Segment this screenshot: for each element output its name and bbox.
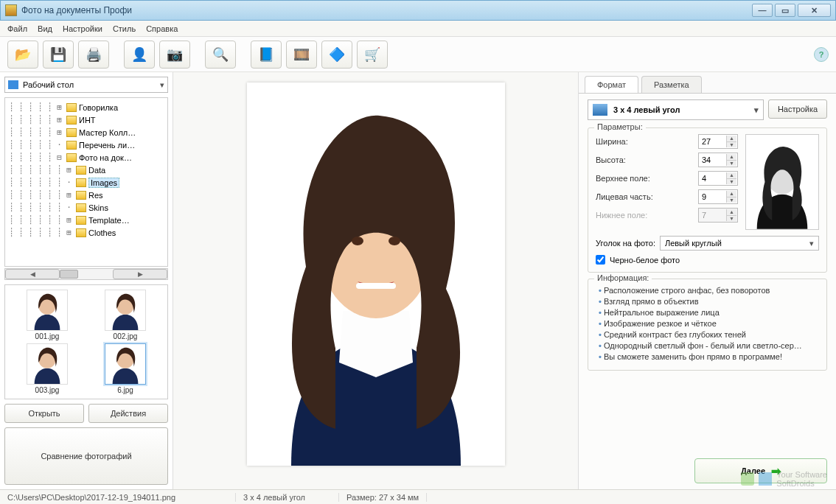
info-item: Однородный светлый фон - белый или светл… bbox=[599, 340, 819, 351]
main-photo[interactable] bbox=[247, 83, 505, 466]
status-path: C:\Users\PC\Desktop\2017-12-19_194011.pn… bbox=[0, 493, 236, 502]
tree-item[interactable]: ┊┊┊┊┊┊·Images bbox=[7, 176, 166, 189]
hint-icon[interactable]: ? bbox=[814, 47, 829, 62]
enhance-icon[interactable]: 🔍 bbox=[205, 41, 236, 69]
window-title: Фото на документы Профи bbox=[21, 5, 750, 15]
face-label: Лицевая часть: bbox=[596, 192, 694, 201]
tree-item[interactable]: ┊┊┊┊┊┊·Skins bbox=[7, 201, 166, 214]
width-label: Ширина: bbox=[596, 137, 694, 146]
tree-item[interactable]: ┊┊┊┊┊┊⊞Template… bbox=[7, 214, 166, 226]
bw-input[interactable] bbox=[596, 255, 605, 265]
location-label: Рабочий стол bbox=[23, 80, 74, 89]
bw-checkbox[interactable]: Черно-белое фото bbox=[596, 255, 819, 265]
update-icon[interactable]: 🔷 bbox=[321, 41, 352, 69]
statusbar: C:\Users\PC\Desktop\2017-12-19_194011.pn… bbox=[0, 489, 836, 504]
app-icon bbox=[5, 4, 17, 16]
print-icon[interactable]: 🖨️ bbox=[78, 41, 109, 69]
tree-item[interactable]: ┊┊┊┊┊⊞Говорилка bbox=[7, 101, 166, 113]
status-size: Размер: 27 x 34 мм bbox=[339, 493, 427, 502]
folder-tree[interactable]: ┊┊┊┊┊⊞Говорилка┊┊┊┊┊⊞ИНТ┊┊┊┊┊⊞Мастер Кол… bbox=[4, 97, 168, 267]
help-icon[interactable]: 📘 bbox=[251, 41, 282, 69]
info-item: Взгляд прямо в объектив bbox=[599, 296, 819, 307]
compare-button[interactable]: Сравнение фотографий bbox=[4, 427, 168, 485]
menu-help[interactable]: Справка bbox=[146, 24, 178, 33]
scroll-thumb[interactable] bbox=[60, 270, 78, 279]
top-label: Верхнее поле: bbox=[596, 174, 694, 183]
info-item: Вы сможете заменить фон прямо в программ… bbox=[599, 351, 819, 363]
camera-icon[interactable]: 📷 bbox=[159, 41, 190, 69]
info-list: Расположение строго анфас, без поворотов… bbox=[596, 285, 819, 363]
corner-value: Левый круглый bbox=[665, 239, 722, 248]
info-item: Средний контраст без глубоких теней bbox=[599, 329, 819, 340]
params-legend: Параметры: bbox=[594, 122, 646, 131]
menu-style[interactable]: Стиль bbox=[113, 24, 136, 33]
height-input[interactable]: 34▲▼ bbox=[698, 153, 738, 167]
tab-format[interactable]: Формат bbox=[585, 76, 638, 93]
thumbnail-grid: 001.jpg002.jpg003.jpg6.jpg bbox=[4, 284, 168, 399]
status-format: 3 x 4 левый угол bbox=[236, 493, 339, 502]
cart-icon[interactable]: 🛒 bbox=[357, 41, 388, 69]
tree-item[interactable]: ┊┊┊┊┊⊟Фото на док… bbox=[7, 151, 166, 164]
canvas-area bbox=[173, 72, 578, 489]
right-panel: Формат Разметка 3 x 4 левый угол ▾ Настр… bbox=[578, 72, 836, 489]
chevron-down-icon: ▾ bbox=[754, 105, 759, 115]
left-panel: Рабочий стол ▾ ┊┊┊┊┊⊞Говорилка┊┊┊┊┊⊞ИНТ┊… bbox=[0, 72, 173, 489]
tree-item[interactable]: ┊┊┊┊┊⊞Мастер Колл… bbox=[7, 126, 166, 139]
toolbar: 📂 💾 🖨️ 👤 📷 🔍 📘 🎞️ 🔷 🛒 ? bbox=[0, 37, 836, 72]
open-button[interactable]: Открыть bbox=[4, 404, 84, 423]
menu-view[interactable]: Вид bbox=[38, 24, 52, 33]
height-label: Высота: bbox=[596, 155, 694, 164]
tree-item[interactable]: ┊┊┊┊┊┊⊞Res bbox=[7, 189, 166, 201]
tree-scrollbar[interactable]: ◀ ▶ bbox=[4, 268, 168, 280]
format-icon bbox=[593, 104, 607, 116]
bottom-label: Нижнее поле: bbox=[596, 211, 694, 220]
maximize-button[interactable]: ▭ bbox=[775, 4, 795, 17]
format-select[interactable]: 3 x 4 левый угол ▾ bbox=[588, 99, 764, 120]
params-group: Параметры: Ширина: 27▲▼ Высота: 34▲▼ Вер… bbox=[588, 127, 827, 273]
menu-file[interactable]: Файл bbox=[7, 24, 27, 33]
chevron-down-icon: ▾ bbox=[809, 239, 814, 248]
info-group: Информация: Расположение строго анфас, б… bbox=[588, 279, 827, 371]
tree-item[interactable]: ┊┊┊┊┊⊞ИНТ bbox=[7, 113, 166, 126]
format-settings-button[interactable]: Настройка bbox=[768, 99, 827, 119]
titlebar: Фото на документы Профи — ▭ ✕ bbox=[0, 0, 836, 21]
user-icon[interactable]: 👤 bbox=[124, 41, 155, 69]
video-icon[interactable]: 🎞️ bbox=[286, 41, 317, 69]
width-input[interactable]: 27▲▼ bbox=[698, 134, 738, 149]
close-button[interactable]: ✕ bbox=[798, 4, 831, 17]
info-legend: Информация: bbox=[594, 273, 652, 282]
watermark: Your SoftwareSoftDroids bbox=[741, 470, 827, 488]
face-input[interactable]: 9▲▼ bbox=[698, 189, 738, 204]
svg-point-7 bbox=[389, 237, 400, 245]
workarea: Рабочий стол ▾ ┊┊┊┊┊⊞Говорилка┊┊┊┊┊⊞ИНТ┊… bbox=[0, 72, 836, 489]
tree-item[interactable]: ┊┊┊┊┊·Перечень ли… bbox=[7, 139, 166, 151]
tab-layout[interactable]: Разметка bbox=[641, 76, 702, 93]
minimize-button[interactable]: — bbox=[752, 4, 773, 17]
format-preview bbox=[745, 134, 819, 230]
thumbnail[interactable]: 003.jpg bbox=[10, 343, 85, 394]
menubar: Файл Вид Настройки Стиль Справка bbox=[0, 21, 836, 37]
chevron-down-icon: ▾ bbox=[160, 80, 164, 90]
actions-button[interactable]: Действия bbox=[88, 404, 168, 423]
menu-settings[interactable]: Настройки bbox=[63, 24, 102, 33]
scroll-right-button[interactable]: ▶ bbox=[113, 269, 167, 279]
corner-label: Уголок на фото: bbox=[596, 239, 655, 248]
scroll-left-button[interactable]: ◀ bbox=[5, 269, 60, 279]
top-input[interactable]: 4▲▼ bbox=[698, 171, 738, 186]
thumbnail[interactable]: 002.jpg bbox=[88, 290, 163, 340]
thumbnail[interactable]: 001.jpg bbox=[10, 290, 85, 340]
thumbnail[interactable]: 6.jpg bbox=[88, 343, 163, 394]
open-icon[interactable]: 📂 bbox=[7, 41, 38, 69]
save-icon[interactable]: 💾 bbox=[43, 41, 74, 69]
tree-item[interactable]: ┊┊┊┊┊┊⊞Clothes bbox=[7, 226, 166, 239]
svg-point-6 bbox=[352, 237, 363, 245]
tabs: Формат Разметка bbox=[579, 72, 836, 93]
tree-item[interactable]: ┊┊┊┊┊┊⊞Data bbox=[7, 164, 166, 176]
info-item: Расположение строго анфас, без поворотов bbox=[599, 285, 819, 296]
location-combo[interactable]: Рабочий стол ▾ bbox=[4, 77, 168, 93]
corner-select[interactable]: Левый круглый ▾ bbox=[660, 236, 819, 251]
format-value: 3 x 4 левый угол bbox=[613, 105, 680, 114]
tab-body: 3 x 4 левый угол ▾ Настройка Параметры: … bbox=[579, 93, 836, 489]
info-item: Изображение резкое и чёткое bbox=[599, 318, 819, 329]
disk-icon bbox=[8, 80, 18, 89]
